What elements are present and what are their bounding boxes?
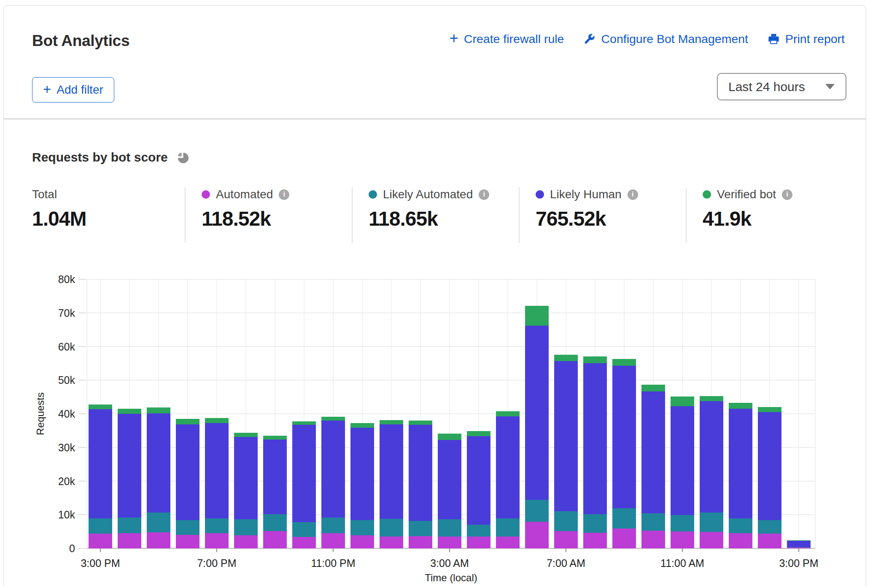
bar-segment-likely-human[interactable] bbox=[438, 440, 461, 519]
bar-segment-verified-bot[interactable] bbox=[525, 306, 549, 326]
bar-segment-automated[interactable] bbox=[496, 537, 520, 548]
bar-segment-likely-human[interactable] bbox=[380, 424, 403, 519]
bar-segment-verified-bot[interactable] bbox=[641, 385, 665, 392]
bar-segment-likely-human[interactable] bbox=[321, 421, 345, 518]
bar-segment-likely-automated[interactable] bbox=[758, 520, 781, 534]
bar-segment-verified-bot[interactable] bbox=[496, 411, 520, 416]
bar-segment-likely-human[interactable] bbox=[787, 541, 811, 547]
bar-segment-likely-automated[interactable] bbox=[525, 500, 549, 522]
bar-segment-automated[interactable] bbox=[234, 535, 258, 548]
bar-segment-likely-automated[interactable] bbox=[583, 514, 607, 533]
bar-segment-likely-human[interactable] bbox=[641, 391, 665, 513]
bar-segment-automated[interactable] bbox=[700, 532, 723, 548]
bar-segment-likely-automated[interactable] bbox=[409, 521, 432, 536]
bar-segment-likely-automated[interactable] bbox=[641, 513, 665, 531]
bar-segment-verified-bot[interactable] bbox=[118, 409, 141, 414]
bar-segment-likely-automated[interactable] bbox=[147, 512, 170, 532]
bar-segment-automated[interactable] bbox=[758, 534, 781, 548]
bar-segment-likely-automated[interactable] bbox=[671, 515, 694, 531]
bar-segment-verified-bot[interactable] bbox=[147, 407, 170, 413]
bar-segment-likely-automated[interactable] bbox=[205, 518, 229, 533]
bar-segment-likely-automated[interactable] bbox=[176, 520, 199, 535]
bar-segment-likely-human[interactable] bbox=[467, 436, 490, 524]
bar-segment-automated[interactable] bbox=[612, 529, 636, 548]
bar-segment-automated[interactable] bbox=[729, 533, 752, 548]
bar-segment-likely-human[interactable] bbox=[671, 406, 694, 515]
bar-segment-likely-automated[interactable] bbox=[554, 511, 578, 531]
bar-segment-likely-human[interactable] bbox=[525, 326, 549, 500]
bar-segment-verified-bot[interactable] bbox=[787, 540, 811, 541]
bar-segment-likely-human[interactable] bbox=[758, 412, 781, 520]
bar-segment-likely-human[interactable] bbox=[554, 361, 578, 511]
bar-segment-likely-human[interactable] bbox=[729, 409, 752, 518]
bar-segment-verified-bot[interactable] bbox=[758, 407, 781, 412]
bar-segment-verified-bot[interactable] bbox=[263, 436, 287, 440]
bar-segment-likely-human[interactable] bbox=[89, 409, 112, 518]
bar-segment-verified-bot[interactable] bbox=[612, 359, 636, 366]
bar-segment-verified-bot[interactable] bbox=[583, 356, 607, 363]
bar-segment-likely-automated[interactable] bbox=[234, 519, 258, 535]
bar-segment-likely-automated[interactable] bbox=[700, 512, 723, 532]
bar-segment-likely-automated[interactable] bbox=[89, 518, 112, 534]
bar-segment-automated[interactable] bbox=[176, 535, 199, 548]
bar-segment-verified-bot[interactable] bbox=[176, 419, 199, 424]
bar-segment-verified-bot[interactable] bbox=[729, 403, 752, 409]
bar-segment-likely-human[interactable] bbox=[118, 414, 141, 518]
bar-segment-automated[interactable] bbox=[205, 533, 229, 548]
bar-segment-automated[interactable] bbox=[409, 536, 432, 548]
bar-segment-likely-human[interactable] bbox=[409, 425, 432, 521]
bar-segment-verified-bot[interactable] bbox=[321, 417, 345, 421]
bar-segment-likely-automated[interactable] bbox=[321, 518, 345, 533]
bar-segment-likely-human[interactable] bbox=[292, 425, 316, 522]
bar-segment-automated[interactable] bbox=[147, 532, 170, 548]
bar-segment-verified-bot[interactable] bbox=[350, 423, 374, 428]
bar-segment-likely-human[interactable] bbox=[612, 366, 636, 508]
bar-segment-verified-bot[interactable] bbox=[205, 418, 229, 423]
bar-segment-likely-human[interactable] bbox=[350, 428, 374, 520]
bar-segment-likely-human[interactable] bbox=[496, 416, 520, 519]
bar-segment-automated[interactable] bbox=[787, 548, 811, 548]
bar-segment-likely-human[interactable] bbox=[147, 413, 170, 512]
bar-segment-automated[interactable] bbox=[350, 535, 374, 548]
bar-segment-automated[interactable] bbox=[321, 533, 345, 548]
bar-segment-verified-bot[interactable] bbox=[671, 396, 694, 406]
bar-segment-verified-bot[interactable] bbox=[438, 434, 461, 440]
bar-segment-verified-bot[interactable] bbox=[380, 420, 403, 424]
bar-segment-likely-automated[interactable] bbox=[438, 519, 461, 537]
bar-segment-automated[interactable] bbox=[641, 531, 665, 548]
bar-segment-likely-automated[interactable] bbox=[467, 525, 490, 537]
bar-segment-likely-automated[interactable] bbox=[612, 508, 636, 529]
bar-segment-likely-human[interactable] bbox=[234, 437, 258, 519]
bar-segment-verified-bot[interactable] bbox=[409, 421, 432, 425]
bar-segment-verified-bot[interactable] bbox=[234, 433, 258, 437]
bar-segment-automated[interactable] bbox=[554, 531, 578, 548]
bar-segment-likely-human[interactable] bbox=[263, 440, 287, 514]
bar-segment-likely-automated[interactable] bbox=[350, 520, 374, 535]
bar-segment-automated[interactable] bbox=[118, 533, 141, 548]
bar-segment-likely-automated[interactable] bbox=[729, 518, 752, 533]
bar-segment-verified-bot[interactable] bbox=[292, 421, 316, 425]
bar-segment-likely-human[interactable] bbox=[205, 423, 229, 518]
bar-segment-automated[interactable] bbox=[380, 537, 403, 548]
bar-segment-likely-human[interactable] bbox=[176, 424, 199, 520]
bar-segment-automated[interactable] bbox=[671, 531, 694, 548]
bar-segment-likely-automated[interactable] bbox=[118, 518, 141, 533]
bar-segment-verified-bot[interactable] bbox=[89, 405, 112, 409]
bar-segment-likely-automated[interactable] bbox=[292, 522, 316, 537]
bar-segment-automated[interactable] bbox=[583, 533, 607, 548]
bar-segment-automated[interactable] bbox=[89, 534, 112, 548]
bar-segment-likely-automated[interactable] bbox=[263, 514, 287, 531]
bar-segment-automated[interactable] bbox=[292, 537, 316, 548]
bar-segment-automated[interactable] bbox=[467, 537, 490, 548]
bar-segment-likely-automated[interactable] bbox=[496, 518, 520, 537]
bar-segment-likely-human[interactable] bbox=[700, 401, 723, 512]
bar-segment-automated[interactable] bbox=[438, 537, 461, 548]
bar-segment-likely-automated[interactable] bbox=[787, 547, 811, 548]
bar-segment-verified-bot[interactable] bbox=[700, 396, 723, 402]
bar-segment-likely-human[interactable] bbox=[583, 363, 607, 514]
bar-segment-likely-automated[interactable] bbox=[380, 519, 403, 537]
bar-segment-automated[interactable] bbox=[263, 531, 287, 548]
bar-segment-verified-bot[interactable] bbox=[554, 355, 578, 361]
bar-segment-verified-bot[interactable] bbox=[467, 431, 490, 436]
bar-segment-automated[interactable] bbox=[525, 522, 549, 548]
